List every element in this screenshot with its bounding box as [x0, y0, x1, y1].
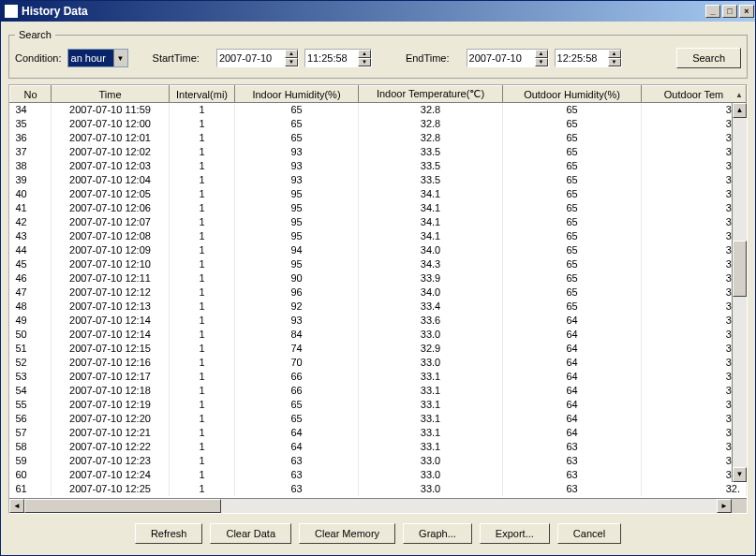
- table-row[interactable]: 472007-07-10 12:1219634.06532.: [10, 285, 747, 300]
- table-row[interactable]: 392007-07-10 12:0419333.56532.: [10, 173, 747, 187]
- cell-time: 2007-07-10 12:04: [52, 173, 170, 187]
- cell-outdoor-humidity: 65: [503, 271, 642, 285]
- cell-time: 2007-07-10 12:20: [52, 412, 170, 426]
- spin-down-icon[interactable]: ▼: [358, 58, 371, 66]
- cell-outdoor-temp: 32.: [642, 440, 747, 454]
- table-row[interactable]: 612007-07-10 12:2516333.06332.: [10, 482, 747, 496]
- table-row[interactable]: 412007-07-10 12:0619534.16532.: [10, 201, 747, 215]
- end-time-input[interactable]: 12:25:58 ▲▼: [555, 49, 622, 67]
- maximize-button[interactable]: □: [722, 5, 737, 18]
- table-row[interactable]: 562007-07-10 12:2016533.16432.: [10, 412, 747, 426]
- table-row[interactable]: 432007-07-10 12:0819534.16532.: [10, 229, 747, 243]
- cancel-button[interactable]: Cancel: [557, 523, 621, 544]
- table-row[interactable]: 342007-07-10 11:5916532.86532.: [10, 103, 747, 117]
- spin-down-icon[interactable]: ▼: [608, 58, 621, 66]
- table-row[interactable]: 372007-07-10 12:0219333.56532.: [10, 145, 747, 159]
- cell-no: 60: [10, 468, 52, 482]
- cell-outdoor-humidity: 64: [503, 356, 642, 370]
- cell-time: 2007-07-10 11:59: [52, 103, 170, 117]
- start-time-value: 11:25:58: [307, 52, 363, 64]
- scroll-right-icon[interactable]: ►: [717, 499, 732, 513]
- button-row: Refresh Clear Data Clear Memory Graph...…: [8, 514, 748, 548]
- start-date-input[interactable]: 2007-07-10 ▲▼: [216, 49, 299, 67]
- scroll-up-icon[interactable]: ▲: [733, 103, 747, 118]
- horizontal-scrollbar[interactable]: ◄ ►: [9, 498, 747, 513]
- content-area: Search Condition: an hour ▼ StartTime: 2…: [1, 22, 755, 555]
- table-row[interactable]: 442007-07-10 12:0919434.06532.: [10, 243, 747, 257]
- scroll-down-icon[interactable]: ▼: [733, 467, 747, 482]
- col-outdoor-humidity[interactable]: Outdoor Humidity(%): [503, 86, 642, 103]
- col-interval[interactable]: Interval(mi): [170, 86, 235, 103]
- cell-indoor-humidity: 93: [235, 159, 359, 173]
- cell-time: 2007-07-10 12:11: [52, 271, 170, 285]
- table-row[interactable]: 362007-07-10 12:0116532.86532.: [10, 131, 747, 145]
- table-row[interactable]: 582007-07-10 12:2216433.16332.: [10, 440, 747, 454]
- graph-button[interactable]: Graph...: [403, 523, 472, 544]
- cell-no: 53: [10, 370, 52, 384]
- col-indoor-temperature[interactable]: Indoor Temperature(℃): [359, 86, 503, 103]
- spin-up-icon[interactable]: ▲: [608, 50, 621, 58]
- cell-interval: 1: [170, 426, 235, 440]
- table-row[interactable]: 382007-07-10 12:0319333.56532.: [10, 159, 747, 173]
- scroll-track[interactable]: [733, 118, 747, 467]
- cell-time: 2007-07-10 12:21: [52, 426, 170, 440]
- table-row[interactable]: 482007-07-10 12:1319233.46532.: [10, 300, 747, 314]
- starttime-label: StartTime:: [153, 52, 200, 64]
- table-row[interactable]: 592007-07-10 12:2316333.06332.: [10, 454, 747, 468]
- spin-down-icon[interactable]: ▼: [285, 58, 298, 66]
- table-row[interactable]: 452007-07-10 12:1019534.36532.: [10, 257, 747, 271]
- cell-indoor-temp: 32.8: [359, 131, 503, 145]
- table-row[interactable]: 352007-07-10 12:0016532.86532.: [10, 117, 747, 131]
- start-time-input[interactable]: 11:25:58 ▲▼: [304, 49, 372, 67]
- end-date-input[interactable]: 2007-07-10 ▲▼: [467, 49, 549, 67]
- table-row[interactable]: 402007-07-10 12:0519534.16532.: [10, 187, 747, 201]
- close-button[interactable]: ×: [739, 5, 754, 18]
- table-row[interactable]: 512007-07-10 12:1517432.96432.: [10, 342, 747, 356]
- table-row[interactable]: 552007-07-10 12:1916533.16432.: [10, 398, 747, 412]
- cell-indoor-humidity: 63: [235, 454, 359, 468]
- spin-down-icon[interactable]: ▼: [535, 58, 548, 66]
- minimize-button[interactable]: _: [705, 5, 720, 18]
- cell-indoor-humidity: 92: [235, 300, 359, 314]
- table-row[interactable]: 462007-07-10 12:1119033.96532.: [10, 271, 747, 285]
- scroll-thumb[interactable]: [24, 499, 221, 513]
- scroll-thumb[interactable]: [733, 241, 747, 297]
- table-row[interactable]: 572007-07-10 12:2116433.16432.: [10, 426, 747, 440]
- cell-no: 58: [10, 440, 52, 454]
- table-row[interactable]: 602007-07-10 12:2416333.06332.: [10, 468, 747, 482]
- spin-up-icon[interactable]: ▲: [285, 50, 298, 58]
- table-row[interactable]: 422007-07-10 12:0719534.16532.: [10, 215, 747, 229]
- col-time[interactable]: Time: [52, 86, 170, 103]
- table-row[interactable]: 492007-07-10 12:1419333.66432.: [10, 314, 747, 328]
- cell-outdoor-temp: 32.: [642, 243, 747, 257]
- table-row[interactable]: 502007-07-10 12:1418433.06432.: [10, 328, 747, 342]
- cell-time: 2007-07-10 12:00: [52, 117, 170, 131]
- cell-outdoor-humidity: 64: [503, 398, 642, 412]
- scroll-left-icon[interactable]: ◄: [9, 499, 24, 513]
- col-no[interactable]: No: [10, 86, 52, 103]
- cell-interval: 1: [170, 103, 235, 117]
- clear-memory-button[interactable]: Clear Memory: [299, 523, 395, 544]
- cell-indoor-humidity: 84: [235, 328, 359, 342]
- cell-interval: 1: [170, 159, 235, 173]
- cell-no: 35: [10, 117, 52, 131]
- spin-up-icon[interactable]: ▲: [358, 50, 371, 58]
- table-row[interactable]: 532007-07-10 12:1716633.16432.: [10, 370, 747, 384]
- cell-time: 2007-07-10 12:06: [52, 201, 170, 215]
- col-outdoor-temperature[interactable]: Outdoor Tem: [642, 86, 747, 103]
- col-indoor-humidity[interactable]: Indoor Humidity(%): [235, 86, 359, 103]
- search-button[interactable]: Search: [676, 48, 741, 68]
- vertical-scrollbar[interactable]: ▲ ▼: [732, 103, 747, 482]
- table-row[interactable]: 542007-07-10 12:1816633.16432.: [10, 384, 747, 398]
- cell-indoor-humidity: 95: [235, 229, 359, 243]
- export-button[interactable]: Export...: [480, 523, 550, 544]
- table-row[interactable]: 522007-07-10 12:1617033.06432.: [10, 356, 747, 370]
- start-date-value: 2007-07-10: [219, 52, 287, 64]
- spin-up-icon[interactable]: ▲: [535, 50, 548, 58]
- clear-data-button[interactable]: Clear Data: [210, 523, 291, 544]
- scroll-track[interactable]: [24, 499, 717, 513]
- chevron-down-icon[interactable]: ▼: [113, 50, 127, 66]
- condition-combo[interactable]: an hour ▼: [67, 49, 128, 67]
- refresh-button[interactable]: Refresh: [135, 523, 203, 544]
- cell-indoor-temp: 33.5: [359, 159, 503, 173]
